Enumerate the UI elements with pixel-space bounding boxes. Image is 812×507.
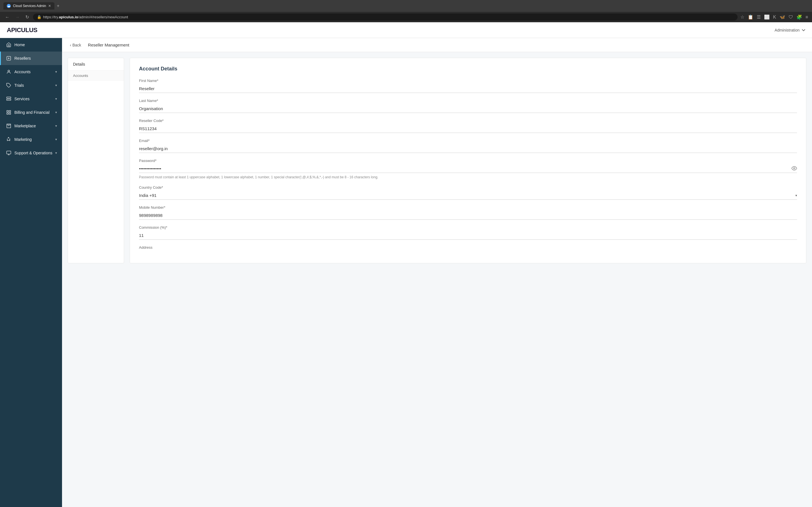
browser-actions: ☆ 📋 ☰ ⬜ K 🦋 🛡 🧩 ≡ (740, 14, 809, 20)
back-nav-button[interactable]: ← (3, 14, 11, 20)
password-group: Password* Password must contain at least… (139, 159, 797, 180)
content-header: ‹ Back Reseller Management (62, 38, 812, 52)
support-chevron-icon: ▾ (55, 151, 57, 155)
sidebar-label-resellers: Resellers (14, 56, 57, 61)
password-label: Password* (139, 159, 797, 163)
refresh-button[interactable]: ↻ (24, 14, 31, 20)
last-name-label: Last Name* (139, 99, 797, 103)
sidebar-item-marketplace[interactable]: Marketplace ▾ (0, 119, 62, 133)
app: APICULUS Administration Home (0, 22, 812, 507)
home-icon (6, 42, 11, 48)
sidebar-label-accounts: Accounts (14, 69, 52, 74)
sidebar-item-resellers[interactable]: Resellers (0, 52, 62, 65)
reader-icon[interactable]: ☰ (756, 14, 761, 20)
marketplace-icon (6, 123, 11, 129)
sidebar-item-home[interactable]: Home (0, 38, 62, 52)
country-code-select-container: India +91 USA +1 UK +44 Australia +61 ▾ (139, 191, 797, 200)
country-code-select[interactable]: India +91 USA +1 UK +44 Australia +61 (139, 191, 797, 200)
sidebar-label-support: Support & Operations (14, 151, 52, 155)
left-panel-accounts[interactable]: Accounts (68, 71, 124, 81)
mobile-group: Mobile Number* (139, 205, 797, 220)
commission-input[interactable] (139, 231, 797, 240)
marketplace-chevron-icon: ▾ (55, 124, 57, 128)
first-name-label: First Name* (139, 78, 797, 83)
menu-icon[interactable]: ≡ (805, 14, 809, 20)
reseller-code-input[interactable] (139, 124, 797, 133)
sidebar-label-home: Home (14, 43, 57, 47)
screenshot-icon[interactable]: ⬜ (763, 14, 770, 20)
password-input[interactable] (139, 165, 797, 173)
sidebar-item-billing[interactable]: Billing and Financial ▾ (0, 106, 62, 119)
sidebar-item-accounts[interactable]: Accounts ▾ (0, 65, 62, 78)
address-url: https://try.apiculus.io/admin/#/reseller… (43, 15, 128, 19)
forward-nav-button[interactable]: → (13, 14, 21, 20)
tab-title: Cloud Services Admin (13, 4, 46, 8)
services-chevron-icon: ▾ (55, 97, 57, 101)
sidebar-label-services: Services (14, 97, 52, 101)
admin-menu[interactable]: Administration (774, 28, 805, 33)
email-label: Email* (139, 138, 797, 143)
trials-icon (6, 82, 11, 88)
last-name-input[interactable] (139, 105, 797, 113)
content-body: Details Accounts Account Details First N… (62, 52, 812, 269)
last-name-group: Last Name* (139, 99, 797, 113)
reseller-code-group: Reseller Code* (139, 119, 797, 133)
left-panel-details[interactable]: Details (68, 58, 124, 71)
app-body: Home Resellers (0, 38, 812, 507)
reseller-code-label: Reseller Code* (139, 119, 797, 123)
left-panel: Details Accounts (68, 58, 124, 263)
password-toggle-icon[interactable] (792, 166, 797, 172)
sidebar: Home Resellers (0, 38, 62, 507)
shield-icon[interactable]: 🛡 (788, 14, 794, 20)
first-name-input[interactable] (139, 84, 797, 93)
password-input-container (139, 165, 797, 173)
svg-rect-3 (7, 97, 11, 98)
first-name-group: First Name* (139, 78, 797, 93)
commission-group: Commission (%)* (139, 225, 797, 240)
sidebar-label-marketing: Marketing (14, 137, 52, 142)
extension-icon[interactable]: 🦋 (779, 14, 786, 20)
address-label: Address (139, 245, 797, 249)
commission-label: Commission (%)* (139, 225, 797, 230)
main-content: ‹ Back Reseller Management Details Accou… (62, 38, 812, 507)
app-logo: APICULUS (7, 26, 37, 34)
back-button[interactable]: ‹ Back (70, 43, 81, 47)
sidebar-item-trials[interactable]: Trials ▾ (0, 78, 62, 92)
sidebar-label-billing: Billing and Financial (14, 110, 52, 115)
marketing-icon (6, 136, 11, 142)
extensions-icon[interactable]: 🧩 (796, 14, 803, 20)
services-icon (6, 96, 11, 102)
form-title: Account Details (139, 66, 797, 72)
svg-rect-8 (9, 113, 11, 114)
form-panel: Account Details First Name* Last Name* R… (130, 58, 806, 263)
bookmark-icon[interactable]: ☆ (740, 14, 745, 20)
country-code-label: Country Code* (139, 185, 797, 189)
browser-tab[interactable]: ☁ Cloud Services Admin ✕ (3, 2, 54, 10)
profile-icon[interactable]: K (772, 14, 777, 20)
email-group: Email* (139, 138, 797, 153)
email-input[interactable] (139, 145, 797, 153)
password-hint: Password must contain at least 1 upperca… (139, 175, 797, 180)
mobile-input[interactable] (139, 211, 797, 220)
sidebar-item-support[interactable]: Support & Operations ▾ (0, 146, 62, 160)
billing-chevron-icon: ▾ (55, 110, 57, 114)
pocket-icon[interactable]: 📋 (747, 14, 754, 20)
sidebar-item-marketing[interactable]: Marketing ▾ (0, 133, 62, 146)
country-code-group: Country Code* India +91 USA +1 UK +44 Au… (139, 185, 797, 200)
svg-point-1 (8, 70, 10, 72)
breadcrumb-title: Reseller Management (88, 43, 130, 47)
sidebar-label-trials: Trials (14, 83, 52, 88)
tab-close-button[interactable]: ✕ (48, 4, 51, 8)
tab-favicon: ☁ (7, 4, 11, 8)
marketing-chevron-icon: ▾ (55, 137, 57, 142)
browser-chrome: ☁ Cloud Services Admin ✕ + (0, 0, 812, 12)
back-chevron-icon: ‹ (70, 43, 71, 47)
browser-nav: ← → ↻ 🔒 https://try.apiculus.io/admin/#/… (0, 12, 812, 22)
accounts-chevron-icon: ▾ (55, 70, 57, 74)
sidebar-item-services[interactable]: Services ▾ (0, 92, 62, 106)
address-bar[interactable]: 🔒 https://try.apiculus.io/admin/#/resell… (33, 13, 738, 20)
new-tab-button[interactable]: + (57, 3, 59, 8)
svg-point-10 (794, 168, 795, 169)
mobile-label: Mobile Number* (139, 205, 797, 210)
resellers-icon (6, 55, 11, 61)
